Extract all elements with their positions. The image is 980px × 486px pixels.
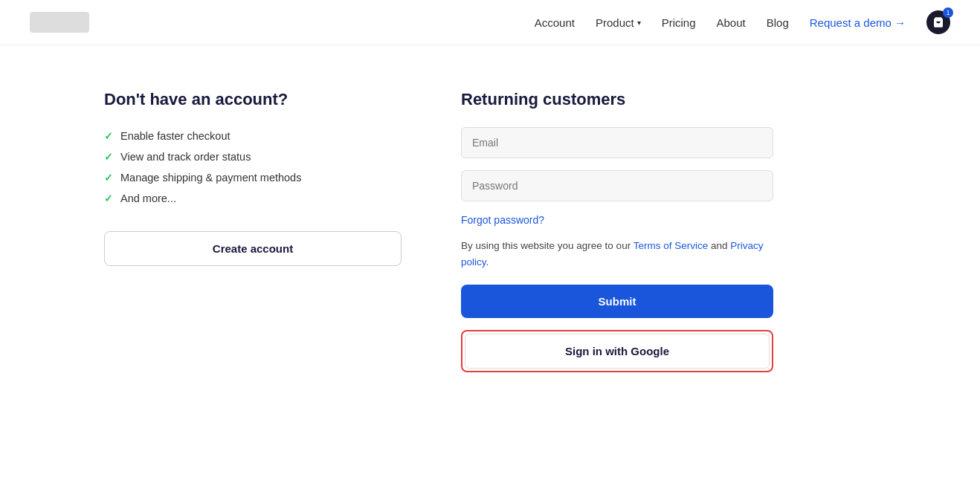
nav-account[interactable]: Account: [535, 16, 575, 29]
header: Account Product ▾ Pricing About Blog Req…: [0, 0, 980, 45]
check-icon-1: ✓: [104, 130, 113, 142]
feature-text-2: View and track order status: [120, 151, 251, 163]
nav-request-demo[interactable]: Request a demo →: [810, 16, 906, 29]
email-group: [461, 127, 773, 158]
cart-button[interactable]: 1: [926, 10, 950, 34]
left-title: Don't have an account?: [104, 90, 402, 109]
nav-pricing[interactable]: Pricing: [662, 16, 696, 29]
logo: [30, 12, 89, 33]
terms-suffix: .: [486, 256, 489, 268]
check-icon-3: ✓: [104, 172, 113, 184]
google-signin-button[interactable]: Sign in with Google: [465, 334, 770, 369]
check-icon-4: ✓: [104, 192, 113, 204]
feature-item-2: ✓ View and track order status: [104, 151, 402, 163]
right-section: Returning customers Forgot password? By …: [461, 90, 773, 372]
feature-text-4: And more...: [120, 192, 176, 204]
password-input[interactable]: [461, 170, 773, 201]
terms-text: By using this website you agree to our T…: [461, 238, 773, 270]
check-icon-2: ✓: [104, 151, 113, 163]
left-section: Don't have an account? ✓ Enable faster c…: [104, 90, 402, 372]
feature-item-1: ✓ Enable faster checkout: [104, 130, 402, 142]
feature-text-3: Manage shipping & payment methods: [120, 172, 301, 184]
nav-blog[interactable]: Blog: [767, 16, 789, 29]
feature-list: ✓ Enable faster checkout ✓ View and trac…: [104, 130, 402, 204]
forgot-password-link[interactable]: Forgot password?: [461, 214, 544, 226]
feature-text-1: Enable faster checkout: [120, 130, 231, 142]
cart-badge: 1: [943, 7, 953, 18]
terms-mid: and: [708, 240, 730, 251]
nav: Account Product ▾ Pricing About Blog Req…: [535, 10, 950, 34]
terms-of-service-link[interactable]: Terms of Service: [634, 240, 709, 251]
email-input[interactable]: [461, 127, 773, 158]
nav-about[interactable]: About: [717, 16, 746, 29]
submit-button[interactable]: Submit: [461, 285, 773, 318]
google-signin-wrapper: Sign in with Google: [461, 330, 773, 372]
main-content: Don't have an account? ✓ Enable faster c…: [0, 45, 980, 417]
feature-item-4: ✓ And more...: [104, 192, 402, 204]
product-chevron-icon: ▾: [637, 19, 641, 27]
password-group: [461, 170, 773, 201]
create-account-button[interactable]: Create account: [104, 231, 402, 266]
nav-product[interactable]: Product ▾: [596, 16, 641, 29]
returning-title: Returning customers: [461, 90, 773, 109]
terms-prefix: By using this website you agree to our: [461, 240, 634, 251]
feature-item-3: ✓ Manage shipping & payment methods: [104, 172, 402, 184]
